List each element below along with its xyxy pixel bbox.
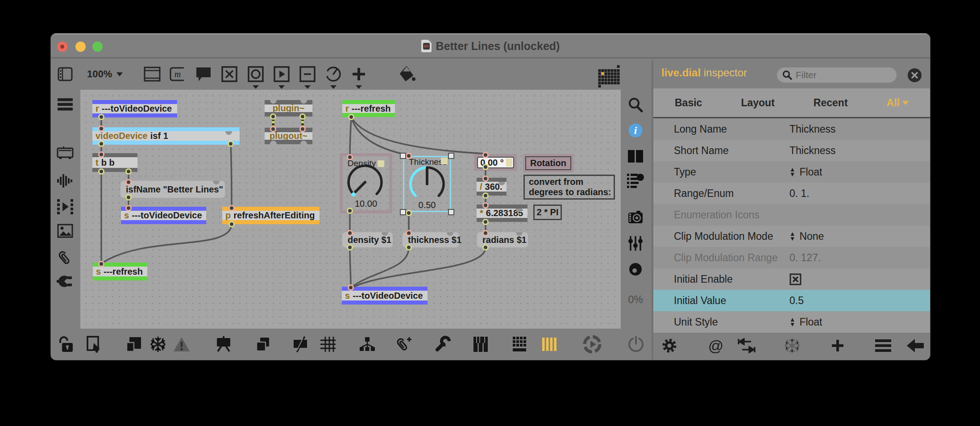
inspector-row-short-name[interactable]: Short NameThickness <box>653 140 930 161</box>
selection-handle[interactable] <box>400 209 406 215</box>
inspector-row-long-name[interactable]: Long NameThickness <box>653 118 930 140</box>
duplicate-icon[interactable] <box>256 337 271 352</box>
inspector-tabs: Basic Layout Recent All <box>653 88 930 118</box>
inspector-row-type[interactable]: Type▲▼Float <box>653 161 930 183</box>
unlock-icon[interactable] <box>58 336 74 353</box>
image-icon[interactable] <box>57 224 73 238</box>
message-box-isfname[interactable]: isfName "Better Lines" <box>120 181 225 198</box>
inspector-row-unit-style[interactable]: Unit Style▲▼Float <box>653 311 930 333</box>
hide-on-lock-icon[interactable] <box>293 336 310 352</box>
object-box-p-refreshafterediting[interactable]: prefreshAfterEditing <box>222 207 320 224</box>
selection-handle[interactable] <box>448 209 454 215</box>
bring-front-icon[interactable] <box>126 336 142 352</box>
keyboard-icon[interactable] <box>473 337 489 352</box>
comment-rotation-frame[interactable]: Rotation <box>523 154 573 172</box>
toggle-object-icon[interactable] <box>248 66 264 82</box>
object-box-s-refresh[interactable]: s---refresh <box>93 263 147 280</box>
settings-gear-icon[interactable] <box>661 338 677 354</box>
paint-bucket-icon[interactable] <box>399 66 416 83</box>
live-dial-thickness[interactable]: Thickness 0.50 <box>403 156 451 212</box>
back-arrow-icon[interactable] <box>907 339 924 352</box>
close-inspector-button[interactable] <box>908 68 922 82</box>
tab-basic[interactable]: Basic <box>675 97 702 109</box>
inspector-row-enum-icons[interactable]: Enumeration Icons <box>653 204 930 226</box>
tab-recent[interactable]: Recent <box>814 97 848 109</box>
freeze-snowflake-icon[interactable] <box>784 338 800 354</box>
object-box-plugout[interactable]: plugout~ <box>265 128 312 144</box>
live-dial-density[interactable]: Density 10.00 <box>340 153 392 213</box>
grid-snap-icon[interactable] <box>598 65 621 88</box>
object-box-plugin[interactable]: plugin~ <box>265 100 312 117</box>
attach-paperclip-icon[interactable] <box>397 336 413 353</box>
number-object-icon[interactable] <box>299 66 316 82</box>
dial-object-icon[interactable] <box>325 66 342 83</box>
new-object-icon[interactable] <box>144 67 161 82</box>
attributes-at-icon[interactable]: @ <box>708 337 724 355</box>
object-box-s-tovideodevice-2[interactable]: s---toVideoDevice <box>342 287 428 305</box>
stepper-icon: ▲▼ <box>789 167 795 177</box>
freeze-snowflake-icon[interactable] <box>150 336 166 352</box>
comment-convert[interactable]: convert fromdegrees to radians: <box>523 175 615 200</box>
plug-icon[interactable] <box>57 274 74 289</box>
menu-icon[interactable] <box>58 98 73 111</box>
audio-toggle-icon[interactable] <box>582 334 602 354</box>
menu-icon[interactable] <box>875 339 891 352</box>
warning-icon[interactable] <box>173 337 190 352</box>
tab-layout[interactable]: Layout <box>741 97 774 109</box>
patch-cord <box>351 117 484 154</box>
hierarchy-icon[interactable] <box>359 337 375 351</box>
pads-icon[interactable] <box>511 337 528 352</box>
zoom-level-control[interactable]: 100% <box>87 68 123 80</box>
inspector-row-range[interactable]: Range/Enum0. 1. <box>653 183 930 204</box>
object-box-div360[interactable]: /360. <box>477 178 507 196</box>
inspector-row-clip-mod-mode[interactable]: Clip Modulation Mode▲▼None <box>653 226 930 247</box>
inspector-header: live.dial inspector Filter <box>653 60 930 88</box>
object-box-r-tovideodevice[interactable]: r---toVideoDevice <box>92 100 177 117</box>
meters-icon[interactable] <box>542 337 556 352</box>
swap-arrows-icon[interactable] <box>738 338 756 353</box>
selection-handle[interactable] <box>448 153 454 159</box>
inspector-row-initial-value[interactable]: Initial Value0.5 <box>653 290 930 311</box>
playbar-object-icon[interactable] <box>274 66 290 82</box>
record-icon[interactable] <box>628 262 643 276</box>
grid-icon[interactable] <box>320 337 336 352</box>
inspector-row-clip-mod-range[interactable]: Clip Modulation Range0. 127. <box>653 247 930 268</box>
console-list-icon[interactable] <box>627 174 644 188</box>
object-box-trigger[interactable]: tb b <box>92 153 137 172</box>
inspector-row-initial-enable[interactable]: Initial Enable <box>653 268 930 290</box>
tab-all[interactable]: All <box>887 97 909 109</box>
checkbox-checked-icon[interactable] <box>789 273 801 285</box>
button-object-icon[interactable] <box>221 66 237 82</box>
comment-icon[interactable] <box>195 66 212 82</box>
object-box-mul2pi[interactable]: *6.283185 <box>477 205 527 222</box>
tools-wrench-icon[interactable] <box>434 336 451 353</box>
object-box-r-refresh[interactable]: r---refresh <box>342 100 395 117</box>
info-icon[interactable]: i <box>629 124 643 138</box>
object-box-s-tovideodevice[interactable]: s---toVideoDevice <box>121 207 206 224</box>
message-box-radians[interactable]: radians $1 <box>477 232 528 247</box>
snapshot-camera-icon[interactable] <box>627 211 644 224</box>
waveform-icon[interactable] <box>57 174 73 188</box>
object-box-videodevice[interactable]: videoDeviceisf 1 <box>92 127 240 145</box>
search-icon[interactable] <box>627 97 644 113</box>
patcher-canvas[interactable]: r---toVideoDevice videoDeviceisf 1 tb b … <box>80 90 621 329</box>
message-box-thickness[interactable]: thickness $1 <box>403 232 459 247</box>
mixer-icon[interactable] <box>628 236 643 251</box>
selection-handle[interactable] <box>400 153 406 159</box>
paperclip-icon[interactable] <box>58 250 73 267</box>
title-bar[interactable]: MX Better Lines (unlocked) <box>51 33 930 58</box>
add-object-icon[interactable] <box>351 67 366 82</box>
media-play-icon[interactable] <box>57 199 73 214</box>
comment-2pi[interactable]: 2 * PI <box>533 205 562 220</box>
split-view-icon[interactable] <box>628 150 643 163</box>
number-box-rotation-frame[interactable]: 0.00 ° <box>474 154 517 171</box>
message-box-density[interactable]: density $1 <box>342 232 393 247</box>
audio-console-icon[interactable] <box>57 146 74 160</box>
select-icon[interactable] <box>87 336 102 353</box>
presentation-icon[interactable] <box>215 336 232 352</box>
add-icon[interactable] <box>831 339 844 352</box>
max-object-icon[interactable]: m <box>170 67 186 81</box>
stepper-icon: ▲▼ <box>789 317 795 327</box>
filter-input[interactable]: Filter <box>777 67 897 83</box>
power-icon[interactable] <box>627 336 644 353</box>
